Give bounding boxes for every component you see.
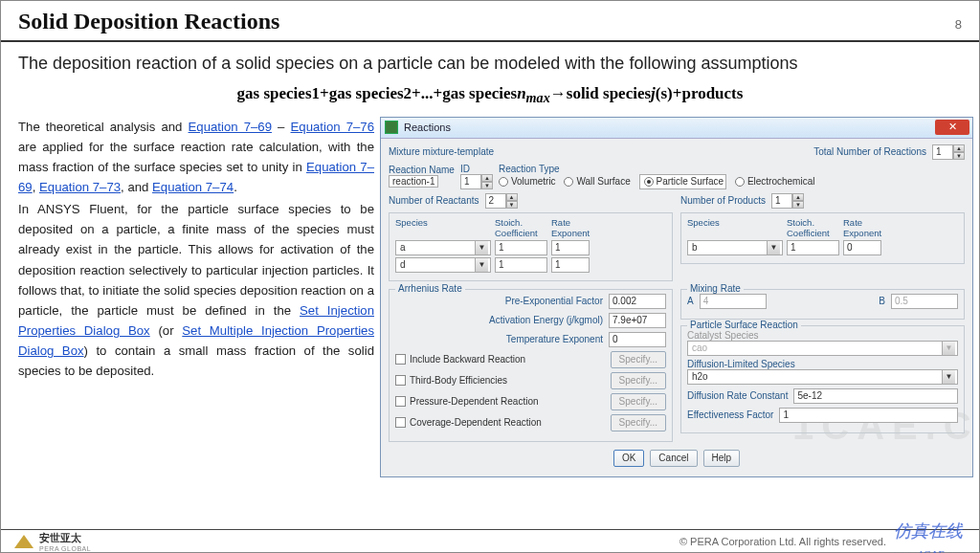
equation-schematic: gas species1+gas species2+...+gas specie… bbox=[1, 78, 979, 116]
reactant-row: a▼ 1 1 bbox=[395, 240, 666, 255]
num-products-label: Number of Products bbox=[680, 195, 766, 206]
dialog-titlebar[interactable]: Reactions ✕ bbox=[381, 118, 972, 139]
formula-p2: →solid species bbox=[550, 84, 651, 102]
chk-thirdbody[interactable]: Third-Body Efficiencies bbox=[395, 375, 507, 386]
reactions-dialog: Reactions ✕ 1CAE.COM Mixture mixture-tem… bbox=[380, 117, 973, 477]
logo-triangle-icon bbox=[14, 535, 33, 548]
catalyst-label: Catalyst Species bbox=[687, 330, 958, 341]
reactant-species-select[interactable]: d▼ bbox=[395, 257, 491, 273]
formula-p3: (s)+products bbox=[656, 84, 744, 102]
intro-text: The deposition reaction of a solid speci… bbox=[1, 42, 979, 78]
chk-backward[interactable]: Include Backward Reaction bbox=[395, 354, 525, 365]
arrhenius-group: Arrhenius Rate Pre-Exponential Factor 0.… bbox=[389, 289, 673, 442]
num-reactants-spinner[interactable]: 2▲▼ bbox=[485, 193, 518, 209]
preexp-label: Pre-Exponential Factor bbox=[505, 296, 603, 306]
link-eq-7-69[interactable]: Equation 7–69 bbox=[189, 120, 272, 134]
reactant-stoich-input[interactable]: 1 bbox=[495, 240, 547, 255]
diff-label: Diffusion-Limited Species bbox=[687, 359, 958, 369]
mixA-label: A bbox=[687, 296, 694, 306]
radio-wall-surface[interactable]: Wall Surface bbox=[564, 176, 630, 187]
body-text: The theoretical analysis and Equation 7–… bbox=[18, 117, 374, 477]
chk-coverage[interactable]: Coverage-Dependent Reaction bbox=[395, 417, 542, 428]
footer: 安世亚太 PERA GLOBAL © PERA Corporation Ltd.… bbox=[1, 529, 979, 552]
reactants-group: Species Stoich. Coefficient Rate Exponen… bbox=[389, 212, 673, 281]
id-label: ID bbox=[460, 164, 493, 174]
rateexp-header: Rate Exponent bbox=[843, 217, 891, 238]
eff-label: Effectiveness Factor bbox=[687, 409, 773, 420]
ok-button[interactable]: OK bbox=[613, 450, 644, 467]
actene-label: Activation Energy (j/kgmol) bbox=[489, 315, 603, 325]
product-species-select[interactable]: b▼ bbox=[687, 240, 783, 255]
stoich-header: Stoich. Coefficient bbox=[787, 217, 839, 238]
formula-max: max bbox=[526, 91, 550, 106]
num-products-spinner[interactable]: 1▲▼ bbox=[771, 193, 804, 209]
radio-volumetric[interactable]: Volumetric bbox=[499, 176, 556, 187]
para1a: The theoretical analysis and bbox=[18, 120, 189, 134]
reaction-name-label: Reaction Name bbox=[389, 165, 455, 175]
species-header: Species bbox=[395, 217, 491, 238]
brand-en: PERA GLOBAL bbox=[39, 545, 91, 552]
radio-electrochemical[interactable]: Electrochemical bbox=[735, 176, 815, 187]
product-rate-input[interactable]: 0 bbox=[843, 240, 881, 255]
actene-input[interactable]: 7.9e+07 bbox=[609, 313, 666, 328]
reactant-row: d▼ 1 1 bbox=[395, 257, 666, 273]
radio-particle-surface[interactable]: Particle Surface bbox=[639, 174, 727, 189]
reactant-rate-input[interactable]: 1 bbox=[551, 257, 590, 273]
page-title: Solid Deposition Reactions bbox=[18, 9, 279, 34]
reaction-type-label: Reaction Type bbox=[499, 164, 965, 174]
products-group: Species Stoich. Coefficient Rate Exponen… bbox=[680, 212, 965, 264]
preexp-input[interactable]: 0.002 bbox=[609, 294, 666, 309]
id-spinner[interactable]: 1▲▼ bbox=[460, 174, 493, 189]
reactant-stoich-input[interactable]: 1 bbox=[495, 257, 547, 273]
total-reactions-spinner[interactable]: 1▲▼ bbox=[932, 144, 965, 160]
formula-n: n bbox=[517, 84, 525, 102]
arrhenius-label: Arrhenius Rate bbox=[395, 283, 465, 294]
diffrate-label: Diffusion Rate Constant bbox=[687, 390, 788, 401]
help-button[interactable]: Help bbox=[703, 450, 741, 467]
page-number: 8 bbox=[955, 17, 962, 32]
brand-cn: 安世亚太 bbox=[39, 531, 91, 545]
reactant-species-select[interactable]: a▼ bbox=[395, 240, 491, 255]
mixing-label: Mixing Rate bbox=[687, 283, 744, 294]
total-reactions-label: Total Number of Reactions bbox=[813, 146, 926, 157]
diffrate-input[interactable]: 5e-12 bbox=[793, 388, 958, 404]
species-header: Species bbox=[687, 217, 783, 238]
close-icon[interactable]: ✕ bbox=[935, 120, 969, 135]
link-eq-7-74[interactable]: Equation 7–74 bbox=[152, 180, 234, 194]
copyright: © PERA Corporation Ltd. All rights reser… bbox=[679, 536, 886, 547]
link-eq-7-73[interactable]: Equation 7–73 bbox=[39, 180, 121, 194]
particle-surface-group: Particle Surface Reaction Catalyst Speci… bbox=[680, 325, 965, 433]
mixB-label: B bbox=[879, 296, 885, 306]
eff-input[interactable]: 1 bbox=[779, 408, 958, 423]
diff-select[interactable]: h2o▼ bbox=[687, 369, 958, 385]
slide: Solid Deposition Reactions 8 The deposit… bbox=[0, 0, 980, 553]
num-reactants-label: Number of Reactants bbox=[389, 195, 479, 206]
header: Solid Deposition Reactions 8 bbox=[1, 1, 979, 42]
watermark-stamp: 仿真在线 www.1CAE.com bbox=[894, 520, 966, 553]
reaction-name-input[interactable]: reaction-1 bbox=[389, 175, 438, 188]
specify-backward-button: Specify... bbox=[611, 351, 666, 368]
brand-logo: 安世亚太 PERA GLOBAL bbox=[14, 531, 91, 552]
dialog-title: Reactions bbox=[404, 122, 451, 133]
specify-thirdbody-button: Specify... bbox=[611, 372, 666, 389]
product-stoich-input[interactable]: 1 bbox=[787, 240, 839, 255]
tempexp-label: Temperature Exponent bbox=[506, 334, 603, 344]
product-row: b▼ 1 0 bbox=[687, 240, 958, 255]
specify-pressure-button: Specify... bbox=[611, 393, 666, 410]
mixture-label: Mixture mixture-template bbox=[389, 146, 494, 157]
mixB-input: 0.5 bbox=[891, 294, 958, 309]
stoich-header: Stoich. Coefficient bbox=[495, 217, 547, 238]
mixA-input: 4 bbox=[700, 294, 767, 309]
app-icon bbox=[385, 121, 398, 134]
specify-coverage-button: Specify... bbox=[611, 414, 666, 431]
rateexp-header: Rate Exponent bbox=[551, 217, 599, 238]
catalyst-select: cao▼ bbox=[687, 341, 958, 356]
cancel-button[interactable]: Cancel bbox=[650, 450, 697, 467]
tempexp-input[interactable]: 0 bbox=[609, 332, 666, 347]
mixing-rate-group: Mixing Rate A 4 B 0.5 bbox=[680, 289, 965, 320]
para2a: In ANSYS Fluent, for the particle surfac… bbox=[18, 202, 374, 318]
reactant-rate-input[interactable]: 1 bbox=[551, 240, 590, 255]
link-eq-7-76[interactable]: Equation 7–76 bbox=[291, 120, 374, 134]
psr-label: Particle Surface Reaction bbox=[687, 320, 801, 330]
chk-pressure[interactable]: Pressure-Dependent Reaction bbox=[395, 396, 539, 407]
